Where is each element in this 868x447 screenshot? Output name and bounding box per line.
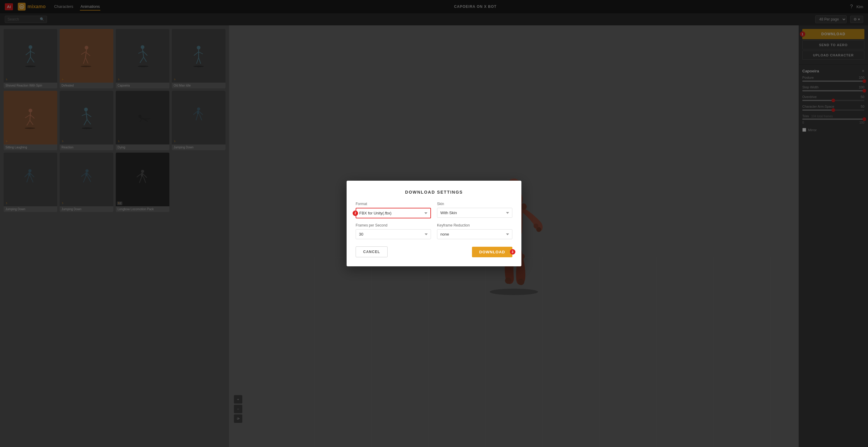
- modal-overlay: DOWNLOAD SETTINGS Format 2 FBX for Unity…: [0, 0, 868, 447]
- fps-label: Frames per Second: [355, 223, 431, 228]
- modal-row-1: Format 2 FBX for Unity(.fbx) FBX(.fbx) D…: [355, 202, 513, 218]
- format-label: Format: [355, 202, 431, 206]
- badge-3: 3: [510, 249, 516, 255]
- skin-field: Skin With Skin Without Skin: [437, 202, 513, 218]
- modal-row-2: Frames per Second 24 30 60 Keyframe Redu…: [355, 223, 513, 239]
- modal-download-button[interactable]: 3 DOWNLOAD: [472, 247, 513, 257]
- badge-2: 2: [352, 211, 358, 216]
- keyframe-label: Keyframe Reduction: [437, 223, 513, 228]
- keyframe-select[interactable]: none uniform aggressive: [437, 229, 513, 239]
- format-select[interactable]: FBX for Unity(.fbx) FBX(.fbx) DAE(.dae) …: [355, 208, 431, 218]
- keyframe-field: Keyframe Reduction none uniform aggressi…: [437, 223, 513, 239]
- download-settings-modal: DOWNLOAD SETTINGS Format 2 FBX for Unity…: [347, 181, 521, 266]
- format-field: Format 2 FBX for Unity(.fbx) FBX(.fbx) D…: [355, 202, 431, 218]
- download-btn-wrapper: 3 DOWNLOAD: [472, 247, 513, 257]
- skin-label: Skin: [437, 202, 513, 206]
- fps-select[interactable]: 24 30 60: [355, 229, 431, 239]
- skin-select[interactable]: With Skin Without Skin: [437, 208, 513, 218]
- fps-field: Frames per Second 24 30 60: [355, 223, 431, 239]
- modal-title: DOWNLOAD SETTINGS: [355, 190, 513, 195]
- cancel-button[interactable]: CANCEL: [355, 246, 388, 257]
- modal-footer: CANCEL 3 DOWNLOAD: [355, 246, 513, 257]
